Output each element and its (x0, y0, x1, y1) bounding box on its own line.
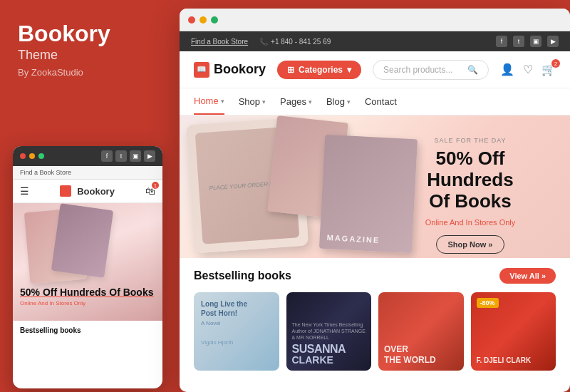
logo-icon: 📖 (194, 62, 209, 78)
nav-item-blog[interactable]: Blog ▾ (326, 89, 351, 114)
nav-item-home[interactable]: Home ▾ (194, 88, 224, 115)
view-all-button[interactable]: View All » (499, 268, 556, 284)
books-grid: Long Live thePost Horn! A Novel Vigdis H… (194, 292, 556, 371)
nav-item-contact[interactable]: Contact (365, 89, 397, 114)
chrome-minimize-dot[interactable] (200, 16, 207, 24)
mobile-header-bar: Find a Book Store (13, 166, 162, 180)
user-icon[interactable]: 👤 (500, 63, 514, 76)
site-logo: 📖 Bookory (194, 62, 266, 78)
mobile-dot-yellow (29, 153, 35, 159)
book-1-surname: CLARKE (292, 355, 366, 365)
facebook-icon[interactable]: f (496, 36, 507, 47)
topbar-social-icons: f t ▣ ▶ (496, 36, 559, 47)
search-bar[interactable]: Search products... 🔍 (373, 60, 489, 80)
hero-magazine-label: MAGAZINE (326, 233, 380, 244)
book-3-discount-badge: -80% (477, 298, 499, 308)
brand-subtitle: Theme (18, 48, 157, 63)
shop-now-button[interactable]: Shop Now » (436, 235, 505, 254)
mobile-menu-icon[interactable]: ☰ (20, 185, 29, 197)
categories-button[interactable]: ⊞ Categories ▾ (277, 61, 361, 79)
book-card-1-content: The New York Times Bestselling Author of… (286, 292, 372, 371)
mobile-dot-green (38, 153, 44, 159)
youtube-icon[interactable]: ▶ (547, 36, 559, 47)
chrome-close-dot[interactable] (188, 16, 195, 24)
section-header: Bestselling books View All » (194, 268, 556, 284)
pages-chevron-icon: ▾ (309, 98, 312, 105)
search-icon[interactable]: 🔍 (467, 65, 478, 75)
book-0-author: Vigdis Hjorth (201, 339, 272, 346)
header-icons: 👤 ♡ 🛒 2 (500, 63, 556, 76)
mobile-topbar: f t ▣ ▶ (13, 146, 162, 166)
categories-label: Categories (299, 65, 343, 75)
book-1-name: SUSANNA (292, 344, 366, 355)
brand-title: Bookory (18, 21, 157, 46)
mobile-preview: f t ▣ ▶ Find a Book Store ☰ Bookory 🛍 1 (13, 146, 162, 388)
phone-icon: 📞 (259, 38, 268, 46)
nav-item-pages[interactable]: Pages ▾ (280, 89, 312, 114)
mobile-cart-button[interactable]: 🛍 1 (145, 185, 155, 197)
instagram-icon[interactable]: ▣ (530, 36, 542, 47)
book-card-2[interactable]: OVERTHE WORLD (378, 292, 464, 371)
browser-window: Find a Book Store 📞 +1 840 - 841 25 69 f… (180, 9, 570, 392)
mobile-book-2 (51, 203, 113, 278)
categories-chevron-icon: ▾ (347, 65, 351, 75)
mobile-logo: Bookory (60, 185, 115, 197)
site-topbar: Find a Book Store 📞 +1 840 - 841 25 69 f… (180, 31, 570, 51)
mobile-tw-icon: t (115, 150, 127, 162)
brand-by: By ZookaStudio (18, 67, 157, 78)
book-2-title: OVERTHE WORLD (384, 344, 436, 365)
chrome-maximize-dot[interactable] (211, 16, 218, 24)
left-panel: Bookory Theme By ZookaStudio f t ▣ ▶ Fin… (0, 0, 175, 392)
book-0-title: Long Live thePost Horn! (201, 299, 272, 318)
site-header: 📖 Bookory ⊞ Categories ▾ Search products… (180, 51, 570, 88)
hero-subtitle: Online And In Stores Only (392, 218, 549, 227)
book-1-byline: The New York Times Bestselling Author of… (292, 321, 366, 341)
book-card-1[interactable]: The New York Times Bestselling Author of… (286, 292, 372, 371)
mobile-bestselling-section: Bestselling books (13, 321, 162, 334)
mobile-bestselling-title: Bestselling books (20, 326, 155, 334)
book-card-0[interactable]: Long Live thePost Horn! A Novel Vigdis H… (194, 292, 279, 371)
mobile-dot-red (20, 153, 26, 159)
mobile-hero: 50% Off Hundreds Of Books Online And In … (13, 203, 162, 321)
mobile-nav: ☰ Bookory 🛍 1 (13, 180, 162, 203)
wishlist-icon[interactable]: ♡ (523, 63, 533, 76)
mobile-topbar-link[interactable]: Find a Book Store (20, 169, 71, 176)
site-logo-text: Bookory (214, 62, 266, 77)
mobile-cart-badge: 1 (152, 182, 159, 189)
categories-grid-icon: ⊞ (287, 65, 294, 75)
twitter-icon[interactable]: t (513, 36, 524, 47)
mobile-logo-text: Bookory (77, 186, 115, 197)
mobile-hero-text: 50% Off Hundreds Of Books Online And In … (20, 287, 155, 306)
blog-chevron-icon: ▾ (347, 98, 351, 105)
site-nav: Home ▾ Shop ▾ Pages ▾ Blog ▾ Contact (180, 88, 570, 115)
mobile-topbar-right: f t ▣ ▶ (101, 150, 155, 162)
mobile-logo-icon (60, 185, 71, 197)
book-0-subtitle: A Novel (201, 320, 272, 326)
hero-sale-tag: SALE FOR THE DAY (392, 137, 549, 144)
bestselling-section: Bestselling books View All » Long Live t… (180, 258, 570, 371)
mobile-hero-title: 50% Off Hundreds Of Books (20, 287, 155, 299)
hero-title: 50% Off Hundreds Of Books (392, 148, 549, 212)
search-placeholder-text: Search products... (383, 65, 452, 75)
book-card-2-content: OVERTHE WORLD (378, 292, 464, 304)
hero-content: SALE FOR THE DAY 50% Off Hundreds Of Boo… (392, 137, 549, 254)
cart-badge: 2 (551, 59, 560, 68)
shop-chevron-icon: ▾ (262, 98, 266, 105)
book-card-0-content: Long Live thePost Horn! A Novel Vigdis H… (194, 292, 279, 353)
browser-chrome (180, 9, 570, 31)
book-3-title: F. DJELI CLARK (477, 356, 532, 365)
find-store-link[interactable]: Find a Book Store (191, 38, 248, 46)
section-title: Bestselling books (194, 269, 291, 282)
mobile-ig-icon: ▣ (130, 150, 141, 162)
home-chevron-icon: ▾ (221, 98, 224, 105)
site-hero: PLACE YOUR ORDER HERE MAGAZINE SALE FOR … (180, 115, 570, 258)
mobile-yt-icon: ▶ (144, 150, 155, 162)
mobile-hero-subtitle: Online And In Stores Only (20, 300, 155, 306)
mobile-fb-icon: f (101, 150, 113, 162)
cart-icon[interactable]: 🛒 2 (542, 63, 556, 76)
book-card-3[interactable]: -80% F. DJELI CLARK (471, 292, 556, 371)
phone-number: 📞 +1 840 - 841 25 69 (259, 38, 331, 46)
nav-item-shop[interactable]: Shop ▾ (239, 89, 266, 114)
